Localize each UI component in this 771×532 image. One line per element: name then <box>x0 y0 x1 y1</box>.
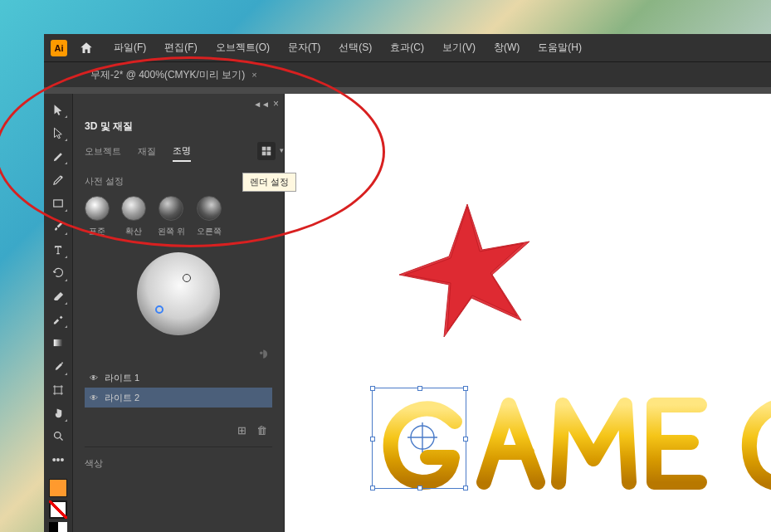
3d-material-panel: ◄◄ × 3D 및 재질 오브젝트 재질 조명 ▾ 사전 설정 <box>72 94 285 532</box>
tab-lighting[interactable]: 조명 <box>173 144 191 162</box>
document-tab-bar: 무제-2* @ 400%(CMYK/미리 보기) × <box>44 62 771 87</box>
light-name: 라이트 2 <box>105 392 139 404</box>
document-tab[interactable]: 무제-2* @ 400%(CMYK/미리 보기) × <box>82 63 266 87</box>
tab-object[interactable]: 오브젝트 <box>85 145 121 161</box>
menubar: 파일(F) 편집(F) 오브젝트(O) 문자(T) 선택(S) 효과(C) 보기… <box>105 37 590 58</box>
preset-sphere-icon <box>159 196 183 221</box>
svg-rect-7 <box>262 152 266 156</box>
light-item-1[interactable]: 👁 라이트 1 <box>85 368 272 388</box>
svg-rect-8 <box>267 152 271 156</box>
menu-type[interactable]: 문자(T) <box>280 37 329 58</box>
shape-builder-tool[interactable] <box>48 310 68 329</box>
rectangle-tool[interactable] <box>48 194 68 212</box>
menu-view[interactable]: 보기(V) <box>434 37 484 58</box>
control-bar <box>44 87 771 94</box>
preset-top-left[interactable]: 왼쪽 위 <box>158 196 185 237</box>
preset-label: 오른쪽 <box>197 226 222 237</box>
svg-rect-5 <box>262 147 266 151</box>
panel-close-icon[interactable]: × <box>273 98 279 110</box>
red-star-artwork[interactable] <box>384 192 550 361</box>
preset-sphere-icon <box>197 196 222 221</box>
divider <box>85 447 272 447</box>
preset-sphere-icon <box>121 196 146 221</box>
app-logo: Ai <box>51 40 67 56</box>
menu-effect[interactable]: 효과(C) <box>382 37 432 58</box>
stroke-color-swatch[interactable] <box>49 500 67 519</box>
add-light-icon[interactable]: ⊞ <box>237 424 246 437</box>
render-settings-tooltip: 렌더 설정 <box>242 173 296 192</box>
eyedropper-tool[interactable] <box>48 357 68 375</box>
selection-center-icon[interactable] <box>407 422 437 456</box>
light-direction-sphere[interactable] <box>137 252 220 335</box>
titlebar: Ai 파일(F) 편집(F) 오브젝트(O) 문자(T) 선택(S) 효과(C)… <box>44 34 771 62</box>
menu-select[interactable]: 선택(S) <box>330 37 380 58</box>
intensity-icon[interactable]: •◗ <box>259 347 267 359</box>
pen-tool[interactable] <box>48 147 68 165</box>
preset-label: 표준 <box>89 226 105 237</box>
preset-sphere-icon <box>85 196 110 221</box>
menu-file[interactable]: 파일(F) <box>105 37 154 58</box>
selection-tool[interactable] <box>48 100 68 119</box>
preset-label: 확산 <box>125 226 142 237</box>
light-list: 👁 라이트 1 👁 라이트 2 <box>73 368 284 408</box>
type-tool[interactable] <box>48 241 68 259</box>
document-tab-label: 무제-2* @ 400%(CMYK/미리 보기) <box>90 68 245 82</box>
svg-point-0 <box>61 177 61 178</box>
canvas[interactable] <box>285 94 771 532</box>
close-tab-icon[interactable]: × <box>251 70 256 80</box>
direct-selection-tool[interactable] <box>48 124 68 142</box>
eraser-tool[interactable] <box>48 287 68 305</box>
curvature-tool[interactable] <box>48 170 68 188</box>
menu-help[interactable]: 도움말(H) <box>529 37 590 58</box>
menu-edit[interactable]: 편집(F) <box>156 37 205 58</box>
panel-title: 3D 및 재질 <box>85 120 133 134</box>
hand-tool[interactable] <box>48 404 68 422</box>
preset-diffuse[interactable]: 확산 <box>121 196 146 237</box>
preset-right[interactable]: 오른쪽 <box>197 196 222 237</box>
edit-toolbar[interactable]: ••• <box>48 451 68 469</box>
color-section-label: 색상 <box>85 457 272 470</box>
rotate-tool[interactable] <box>48 264 68 282</box>
svg-point-4 <box>54 432 61 439</box>
artboard-tool[interactable] <box>48 381 68 399</box>
panel-collapse-icon[interactable]: ◄◄ <box>253 100 270 109</box>
render-settings-button[interactable]: ▾ <box>257 142 276 160</box>
svg-rect-1 <box>54 199 63 206</box>
menu-object[interactable]: 오브젝트(O) <box>207 37 278 58</box>
home-icon[interactable] <box>79 41 94 56</box>
menu-window[interactable]: 창(W) <box>486 37 528 58</box>
default-colors[interactable] <box>49 522 67 532</box>
svg-rect-3 <box>55 386 61 393</box>
tab-material[interactable]: 재질 <box>138 145 156 161</box>
tool-palette: ••• <box>44 94 72 532</box>
visibility-icon[interactable]: 👁 <box>90 393 98 403</box>
paintbrush-tool[interactable] <box>48 217 68 236</box>
svg-rect-2 <box>54 339 63 346</box>
preset-label: 왼쪽 위 <box>158 226 185 237</box>
light-handle-1[interactable] <box>183 274 191 282</box>
preset-standard[interactable]: 표준 <box>85 196 110 237</box>
svg-rect-6 <box>267 147 271 151</box>
gradient-tool[interactable] <box>48 334 68 352</box>
light-item-2[interactable]: 👁 라이트 2 <box>85 388 272 408</box>
visibility-icon[interactable]: 👁 <box>90 373 98 383</box>
light-handle-2[interactable] <box>155 305 163 314</box>
light-name: 라이트 1 <box>105 372 139 384</box>
fill-color-swatch[interactable] <box>49 479 67 497</box>
delete-light-icon[interactable]: 🗑 <box>256 424 267 437</box>
zoom-tool[interactable] <box>48 427 68 446</box>
